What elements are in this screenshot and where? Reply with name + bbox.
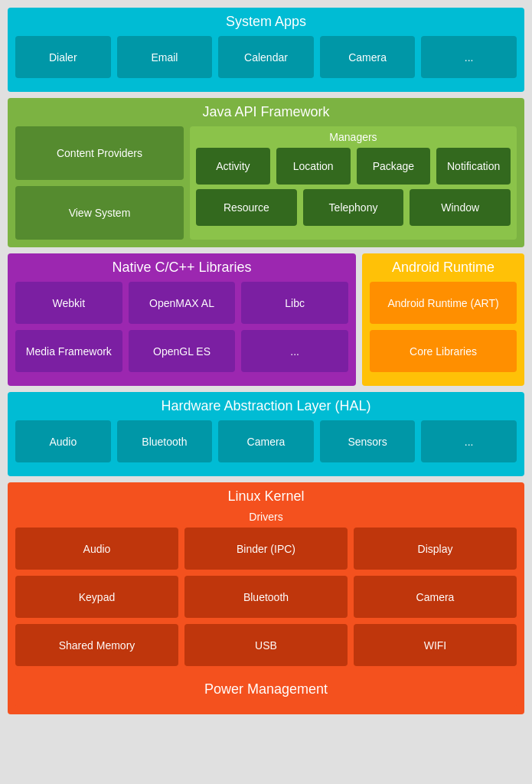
manager-row2: Resource Telephony Window <box>196 189 511 226</box>
linux-bluetooth-box: Bluetooth <box>184 576 348 618</box>
native-title: Native C/C++ Libraries <box>15 260 348 276</box>
native-row1: Webkit OpenMAX AL Libc <box>15 282 348 324</box>
system-apps-title: System Apps <box>15 14 517 30</box>
art-box: Android Runtime (ART) <box>370 282 517 324</box>
dialer-box: Dialer <box>15 36 111 78</box>
view-system-box: View System <box>15 186 184 240</box>
art-row: Android Runtime (ART) <box>370 282 517 324</box>
wifi-box: WIFI <box>354 624 517 666</box>
native-more-box: ... <box>241 330 348 372</box>
hal-camera-box: Camera <box>218 420 314 462</box>
camera-box: Camera <box>320 36 416 78</box>
webkit-box: Webkit <box>15 282 122 324</box>
email-box: Email <box>117 36 213 78</box>
system-apps-row: Dialer Email Calendar Camera ... <box>15 36 517 78</box>
java-api-content: Content Providers View System Managers A… <box>15 126 517 240</box>
core-libraries-box: Core Libraries <box>370 330 517 372</box>
system-apps-layer: System Apps Dialer Email Calendar Camera… <box>8 8 524 92</box>
managers-container: Managers Activity Location Package Notif… <box>190 126 517 240</box>
java-api-left: Content Providers View System <box>15 126 184 240</box>
content-providers-box: Content Providers <box>15 126 184 180</box>
drivers-label: Drivers <box>15 511 517 523</box>
linux-row2: Keypad Bluetooth Camera <box>15 576 517 618</box>
linux-row1: Audio Binder (IPC) Display <box>15 528 517 570</box>
hal-more-box: ... <box>421 420 517 462</box>
hal-row: Audio Bluetooth Camera Sensors ... <box>15 420 517 462</box>
openmax-box: OpenMAX AL <box>129 282 236 324</box>
keypad-box: Keypad <box>15 576 178 618</box>
media-framework-box: Media Framework <box>15 330 122 372</box>
linux-camera-box: Camera <box>354 576 517 618</box>
activity-box: Activity <box>196 148 270 185</box>
linux-layer: Linux Kernel Drivers Audio Binder (IPC) … <box>8 482 524 714</box>
telephony-box: Telephony <box>303 189 404 226</box>
hal-bluetooth-box: Bluetooth <box>117 420 213 462</box>
native-layer: Native C/C++ Libraries Webkit OpenMAX AL… <box>8 253 356 386</box>
location-box: Location <box>276 148 351 185</box>
display-box: Display <box>354 528 517 570</box>
android-runtime-title: Android Runtime <box>370 260 517 276</box>
native-row2: Media Framework OpenGL ES ... <box>15 330 348 372</box>
package-box: Package <box>357 148 431 185</box>
manager-row1: Activity Location Package Notification <box>196 148 511 185</box>
usb-box: USB <box>184 624 348 666</box>
android-runtime-layer: Android Runtime Android Runtime (ART) Co… <box>362 253 524 386</box>
binder-box: Binder (IPC) <box>184 528 348 570</box>
resource-box: Resource <box>196 189 297 226</box>
calendar-box: Calendar <box>218 36 314 78</box>
java-api-layer: Java API Framework Content Providers Vie… <box>8 98 524 247</box>
linux-audio-box: Audio <box>15 528 178 570</box>
java-api-right: Managers Activity Location Package Notif… <box>190 126 517 240</box>
shared-memory-box: Shared Memory <box>15 624 178 666</box>
java-api-title: Java API Framework <box>15 104 517 120</box>
hal-sensors-box: Sensors <box>320 420 416 462</box>
core-libs-row: Core Libraries <box>370 330 517 372</box>
libc-box: Libc <box>241 282 348 324</box>
linux-row3: Shared Memory USB WIFI <box>15 624 517 666</box>
linux-title: Linux Kernel <box>15 488 517 505</box>
hal-title: Hardware Abstraction Layer (HAL) <box>15 398 517 414</box>
opengl-box: OpenGL ES <box>129 330 236 372</box>
more-box: ... <box>421 36 517 78</box>
hal-audio-box: Audio <box>15 420 111 462</box>
hal-layer: Hardware Abstraction Layer (HAL) Audio B… <box>8 392 524 476</box>
notification-box: Notification <box>436 148 511 185</box>
window-box: Window <box>410 189 511 226</box>
middle-row: Native C/C++ Libraries Webkit OpenMAX AL… <box>8 253 524 386</box>
managers-title: Managers <box>196 131 511 143</box>
power-management-box: Power Management <box>15 672 517 707</box>
